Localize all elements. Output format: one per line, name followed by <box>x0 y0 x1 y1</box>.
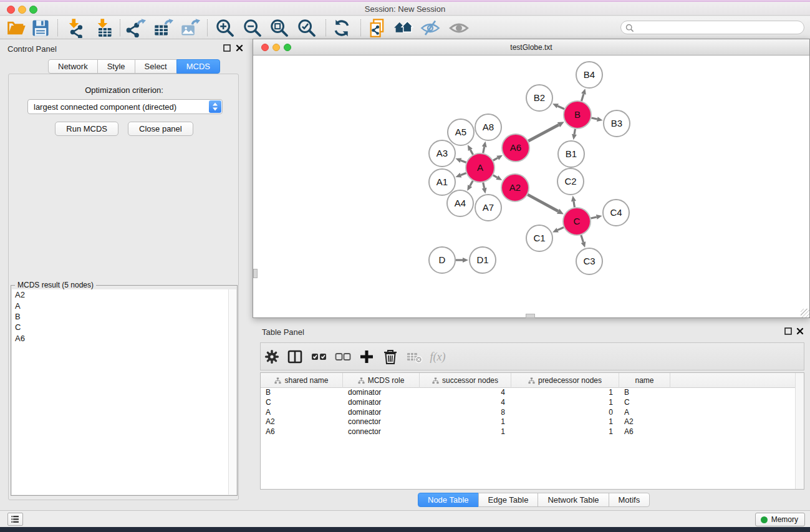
column-header-shared-name[interactable]: shared name <box>261 373 343 388</box>
column-header-successor-nodes[interactable]: successor nodes <box>420 373 511 388</box>
splitter-handle-bottom[interactable] <box>526 314 535 318</box>
graph-edge-A-A7[interactable] <box>483 183 485 188</box>
graph-edge-B-B1[interactable] <box>574 129 575 135</box>
graph-edge-A2-C[interactable] <box>528 195 558 211</box>
save-session-icon[interactable] <box>31 18 51 38</box>
graph-node-label-D1: D1 <box>476 254 488 265</box>
memory-button-label: Memory <box>771 515 798 524</box>
graph-edge-A-A3[interactable] <box>461 160 466 162</box>
column-header-predecessor-nodes[interactable]: predecessor nodes <box>511 373 619 388</box>
network-window-titlebar[interactable]: testGlobe.txt <box>253 39 809 56</box>
task-history-button[interactable] <box>7 513 23 526</box>
node-table-scrollbar[interactable] <box>795 373 804 489</box>
graph-edge-B-B2[interactable] <box>557 106 564 109</box>
open-session-icon[interactable] <box>7 18 27 38</box>
clone-network-icon[interactable] <box>367 18 387 38</box>
mcds-result-item[interactable]: A2 <box>12 289 229 300</box>
app-titlebar: Session: New Session <box>0 2 810 16</box>
delete-table-icon[interactable] <box>405 348 423 365</box>
tab-network[interactable]: Network <box>48 59 98 74</box>
import-network-icon[interactable] <box>65 18 85 38</box>
mcds-result-item[interactable]: C <box>12 322 229 332</box>
graph-edge-C-C1[interactable] <box>557 227 564 230</box>
graph-edge-B-B4[interactable] <box>582 94 584 101</box>
export-image-icon[interactable] <box>180 18 200 38</box>
table-row[interactable]: A6connector11A6 <box>261 427 796 437</box>
tab-style[interactable]: Style <box>97 59 135 74</box>
table-row[interactable]: A2connector11A2 <box>261 417 796 427</box>
zoom-in-icon[interactable] <box>215 18 235 38</box>
graph-edge-A6-B[interactable] <box>528 125 559 141</box>
graph-edge-arrowhead <box>456 158 462 163</box>
tab-mcds[interactable]: MCDS <box>176 59 220 74</box>
table-cell: B <box>261 388 343 398</box>
select-all-icon[interactable] <box>311 348 328 365</box>
export-table-icon[interactable] <box>153 18 173 38</box>
control-panel-close-icon[interactable] <box>235 44 244 52</box>
graph-node-label-A6: A6 <box>510 142 521 153</box>
show-all-icon[interactable] <box>449 18 469 38</box>
splitter-handle-left[interactable] <box>253 269 258 278</box>
mcds-result-item[interactable]: B <box>12 311 229 322</box>
table-cell: C <box>619 398 670 408</box>
graph-edge-C-C2[interactable] <box>574 201 575 208</box>
tab-node-table[interactable]: Node Table <box>418 493 479 507</box>
table-cell: 1 <box>511 417 619 427</box>
mcds-result-item[interactable]: A <box>12 300 229 311</box>
function-builder-icon[interactable]: f(x) <box>429 348 446 365</box>
tab-network-table[interactable]: Network Table <box>538 493 609 507</box>
table-panel-close-icon[interactable] <box>796 327 804 336</box>
optimization-criterion-select[interactable]: largest connected component (directed) <box>27 99 223 114</box>
table-cell: A6 <box>261 427 343 437</box>
table-panel-float-icon[interactable] <box>784 327 793 336</box>
table-settings-icon[interactable] <box>263 348 281 365</box>
search-field[interactable] <box>620 21 804 34</box>
close-panel-button[interactable]: Close panel <box>128 122 193 136</box>
delete-entry-icon[interactable] <box>382 348 399 365</box>
memory-button[interactable]: Memory <box>755 513 805 526</box>
table-row[interactable]: Adominator80A <box>261 408 796 418</box>
graph-node-label-A7: A7 <box>483 202 494 213</box>
graph-node-label-A5: A5 <box>455 127 466 137</box>
tab-edge-table[interactable]: Edge Table <box>478 493 539 507</box>
mcds-result-scrollbar[interactable] <box>228 289 236 495</box>
tab-motifs[interactable]: Motifs <box>609 493 650 507</box>
import-table-icon[interactable] <box>94 18 113 38</box>
graph-edge-B-B3[interactable] <box>591 118 597 119</box>
run-mcds-button[interactable]: Run MCDS <box>55 122 118 136</box>
deselect-all-icon[interactable] <box>334 348 352 365</box>
graph-node-label-B3: B3 <box>611 118 622 128</box>
zoom-fit-icon[interactable] <box>269 18 289 38</box>
column-header-mcds-role[interactable]: MCDS role <box>343 373 420 388</box>
graph-edge-A-A2[interactable] <box>493 175 498 178</box>
graph-edge-A-A8[interactable] <box>483 147 485 153</box>
hide-selected-icon[interactable] <box>420 18 440 38</box>
network-graph[interactable]: B4B2BB3A8A5A6A3B1AA1C2A2A4A7C4CC1C3DD1 <box>253 56 809 317</box>
zoom-out-icon[interactable] <box>243 18 263 38</box>
graph-edge-arrowhead <box>597 117 603 122</box>
graph-edge-A-A6[interactable] <box>493 158 498 160</box>
control-panel-float-icon[interactable] <box>223 44 231 52</box>
graph-edge-A-A4[interactable] <box>470 181 473 186</box>
tab-select[interactable]: Select <box>135 59 177 74</box>
graph-edge-arrowhead <box>581 89 586 95</box>
resize-grip[interactable] <box>801 309 809 317</box>
split-panel-icon[interactable] <box>286 348 304 365</box>
refresh-layout-icon[interactable] <box>332 18 352 38</box>
table-row[interactable]: Cdominator41C <box>261 398 796 408</box>
first-neighbors-icon[interactable] <box>393 18 413 38</box>
optimization-criterion-value: largest connected component (directed) <box>34 102 176 112</box>
export-network-icon[interactable] <box>126 18 146 38</box>
column-header-name[interactable]: name <box>619 373 670 388</box>
graph-edge-C-C3[interactable] <box>581 235 584 243</box>
graph-edge-A-A5[interactable] <box>470 150 473 155</box>
graph-edge-C-C4[interactable] <box>591 217 596 218</box>
table-row[interactable]: Bdominator41B <box>261 388 796 398</box>
mcds-result-item[interactable]: A6 <box>12 333 229 344</box>
add-entry-icon[interactable] <box>358 348 375 365</box>
zoom-selected-icon[interactable] <box>297 18 317 38</box>
graph-edge-A-A1[interactable] <box>461 173 466 175</box>
search-icon <box>625 24 634 32</box>
mcds-result-list[interactable]: A2ABCA6 <box>12 289 229 495</box>
search-input[interactable] <box>637 22 799 33</box>
